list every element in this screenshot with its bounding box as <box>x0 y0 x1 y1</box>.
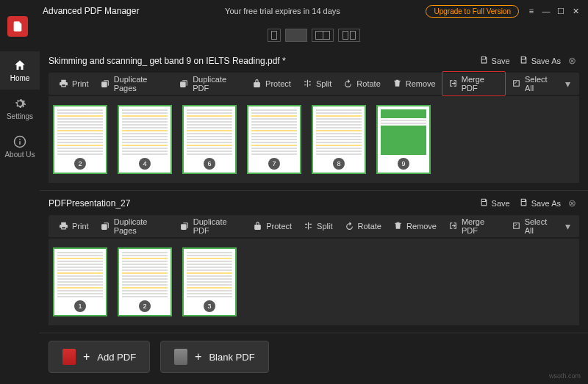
rotate-icon <box>345 221 354 232</box>
copy-icon <box>180 221 190 232</box>
protect-button[interactable]: Protect <box>246 76 297 93</box>
page-thumbnail[interactable]: 2 <box>53 105 107 174</box>
select-all-button[interactable]: Select All <box>506 214 561 238</box>
blank-file-icon <box>174 349 187 365</box>
lock-icon <box>253 221 262 232</box>
split-button[interactable]: Split <box>297 76 337 93</box>
check-icon <box>512 221 521 232</box>
view-grid-button[interactable] <box>285 29 307 42</box>
document-filename: Skimming and scanning_ get band 9 on IEL… <box>49 56 286 66</box>
maximize-button[interactable]: ☐ <box>554 4 567 18</box>
close-document-button[interactable]: ⊗ <box>565 55 579 66</box>
duplicate-pdf-button[interactable]: Duplicate PDF <box>173 72 246 95</box>
page-number-badge: 4 <box>139 158 151 170</box>
save-button[interactable]: Save <box>475 53 514 68</box>
sidebar-item-about[interactable]: About Us <box>0 128 40 166</box>
print-icon <box>59 79 68 90</box>
page-thumbnail[interactable]: 2 <box>118 247 172 316</box>
main-area: Skimming and scanning_ get band 9 on IEL… <box>40 22 588 384</box>
merge-icon <box>448 221 458 232</box>
trash-icon <box>392 79 402 90</box>
save-icon <box>479 198 489 209</box>
sidebar-label-home: Home <box>10 74 30 82</box>
remove-button[interactable]: Remove <box>387 76 442 93</box>
blank-pdf-label: Blank PDF <box>209 352 254 363</box>
save-as-button[interactable]: Save As <box>514 195 565 211</box>
page-number-badge: 6 <box>204 158 215 170</box>
info-icon <box>13 135 26 148</box>
toolbar-more-button[interactable]: ▾ <box>561 78 575 90</box>
page-thumbnail[interactable]: 4 <box>118 105 172 174</box>
view-spread-button[interactable] <box>338 29 360 42</box>
home-icon <box>13 59 26 72</box>
merge-icon <box>448 79 458 90</box>
plus-icon: + <box>195 350 201 363</box>
lock-icon <box>252 79 262 90</box>
doc-toolbar: Print Duplicate Pages Duplicate PDF Prot… <box>49 215 579 237</box>
plus-icon: + <box>83 350 90 363</box>
add-pdf-label: Add PDF <box>97 352 136 363</box>
bottom-actions: + Add PDF + Blank PDF <box>40 333 588 380</box>
page-number-badge: 3 <box>204 300 215 312</box>
sidebar-item-home[interactable]: Home <box>0 51 40 90</box>
trial-text: Your free trial expires in 14 days <box>139 7 426 15</box>
sidebar-label-settings: Settings <box>7 112 33 120</box>
split-icon <box>304 221 313 232</box>
split-button[interactable]: Split <box>298 218 338 235</box>
page-number-badge: 2 <box>74 158 86 170</box>
menu-icon[interactable]: ≡ <box>525 4 538 18</box>
split-icon <box>303 79 312 90</box>
rotate-button[interactable]: Rotate <box>339 218 387 235</box>
rotate-icon <box>343 79 353 90</box>
page-thumbnail[interactable]: 3 <box>182 247 237 316</box>
minimize-button[interactable]: — <box>539 4 553 18</box>
merge-pdf-button[interactable]: Merge PDF <box>442 214 506 238</box>
select-all-button[interactable]: Select All <box>506 72 561 95</box>
copy-icon <box>101 79 110 90</box>
print-icon <box>59 221 68 232</box>
sidebar: Home Settings About Us <box>0 44 40 384</box>
add-pdf-button[interactable]: + Add PDF <box>49 341 150 373</box>
save-icon <box>519 55 528 66</box>
duplicate-pdf-button[interactable]: Duplicate PDF <box>174 214 248 238</box>
view-single-button[interactable] <box>268 29 281 42</box>
remove-button[interactable]: Remove <box>387 218 442 235</box>
page-thumbnail[interactable]: 9 <box>376 105 431 174</box>
duplicate-pages-button[interactable]: Duplicate Pages <box>95 72 174 95</box>
check-icon <box>512 79 521 90</box>
page-thumbnail[interactable]: 7 <box>247 105 301 174</box>
page-thumbnail[interactable]: 6 <box>182 105 237 174</box>
protect-button[interactable]: Protect <box>247 218 298 235</box>
document-section: PDFPresentation_27 Save Save As ⊗ Print … <box>40 191 588 333</box>
close-button[interactable]: ✕ <box>569 4 582 18</box>
page-thumbnail[interactable]: 8 <box>312 105 366 174</box>
copy-icon <box>179 79 189 90</box>
view-two-button[interactable] <box>312 29 334 42</box>
document-header: PDFPresentation_27 Save Save As ⊗ <box>49 191 579 215</box>
sidebar-item-settings[interactable]: Settings <box>0 90 40 128</box>
window-controls: ≡ — ☐ ✕ <box>525 4 582 18</box>
print-button[interactable]: Print <box>53 218 95 235</box>
rotate-button[interactable]: Rotate <box>337 76 386 93</box>
app-logo-icon <box>7 16 28 37</box>
save-as-button[interactable]: Save As <box>514 53 565 68</box>
page-number-badge: 9 <box>398 158 409 170</box>
gear-icon <box>13 97 26 110</box>
merge-pdf-button[interactable]: Merge PDF <box>442 71 506 96</box>
view-switcher <box>40 22 588 48</box>
page-thumbnail[interactable]: 1 <box>53 247 107 316</box>
page-number-badge: 7 <box>268 158 280 170</box>
document-section: Skimming and scanning_ get band 9 on IEL… <box>40 48 588 191</box>
sidebar-label-about: About Us <box>4 151 35 159</box>
save-button[interactable]: Save <box>475 195 514 211</box>
print-button[interactable]: Print <box>53 76 95 93</box>
toolbar-more-button[interactable]: ▾ <box>561 220 575 232</box>
duplicate-pages-button[interactable]: Duplicate Pages <box>95 214 174 238</box>
save-icon <box>479 55 489 66</box>
page-number-badge: 8 <box>333 158 345 170</box>
upgrade-button[interactable]: Upgrade to Full Version <box>426 5 519 18</box>
blank-pdf-button[interactable]: + Blank PDF <box>160 341 268 373</box>
close-document-button[interactable]: ⊗ <box>565 198 579 209</box>
save-icon <box>519 198 528 209</box>
watermark: wsoth.com <box>549 372 581 380</box>
